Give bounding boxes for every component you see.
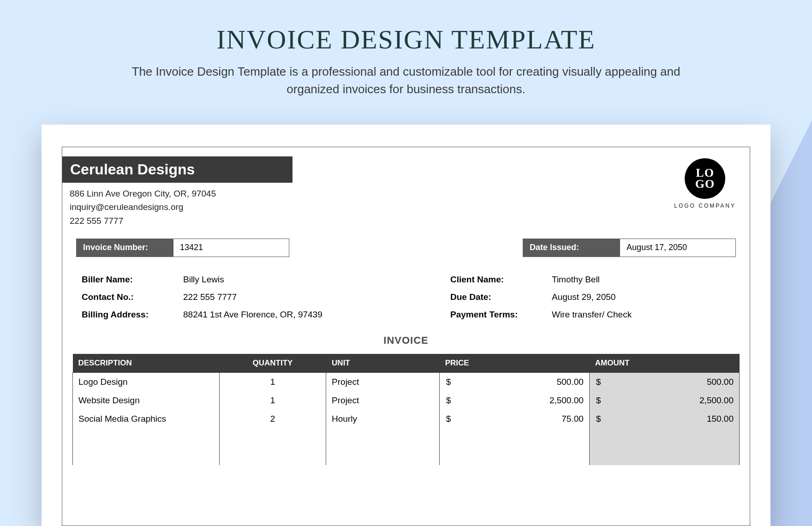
cell-unit: Project	[326, 391, 440, 410]
cell-price: $75.00	[439, 410, 589, 428]
invoice-heading: INVOICE	[62, 335, 750, 347]
due-date-label: Due Date:	[450, 288, 552, 306]
date-issued-label: Date Issued:	[523, 239, 620, 257]
cell-price: $2,500.00	[439, 391, 589, 410]
biller-contact-value: 222 555 7777	[183, 288, 237, 306]
table-row: Website Design1Project$2,500.00$2,500.00	[73, 391, 740, 410]
cell-price: $500.00	[439, 373, 589, 391]
col-price: PRICE	[439, 354, 589, 373]
cell-amount	[589, 447, 739, 465]
col-description: DESCRIPTION	[73, 354, 220, 373]
cell-description: Logo Design	[73, 373, 220, 391]
meta-row: Invoice Number: 13421 Date Issued: Augus…	[76, 239, 736, 257]
details-row: Biller Name: Billy Lewis Contact No.: 22…	[82, 271, 736, 323]
col-quantity: QUANTITY	[219, 354, 326, 373]
logo-caption: LOGO COMPANY	[674, 203, 736, 209]
cell-amount: $500.00	[589, 373, 739, 391]
logo-block: LO GO LOGO COMPANY	[674, 158, 736, 209]
cell-unit: Project	[326, 373, 440, 391]
cell-price	[439, 447, 589, 465]
invoice-number-value: 13421	[173, 239, 289, 257]
biller-name-label: Biller Name:	[82, 271, 183, 288]
biller-address-value: 88241 1st Ave Florence, OR, 97439	[183, 306, 322, 323]
table-row	[73, 428, 740, 447]
cell-amount	[589, 428, 739, 447]
client-name-label: Client Name:	[450, 271, 552, 288]
company-name-bar: Cerulean Designs	[62, 156, 293, 183]
document-paper: Cerulean Designs 886 Linn Ave Oregon Cit…	[42, 125, 770, 526]
payment-terms-label: Payment Terms:	[450, 306, 552, 323]
table-header-row: DESCRIPTION QUANTITY UNIT PRICE AMOUNT	[73, 354, 740, 373]
cell-description: Social Media Graphics	[73, 410, 220, 428]
table-row: Social Media Graphics2Hourly$75.00$150.0…	[73, 410, 740, 428]
cell-description	[73, 447, 220, 465]
date-issued-value: August 17, 2050	[620, 239, 735, 257]
cell-description: Website Design	[73, 391, 220, 410]
cell-price	[439, 428, 589, 447]
cell-unit	[326, 447, 440, 465]
hero-section: INVOICE DESIGN TEMPLATE The Invoice Desi…	[0, 0, 812, 98]
biller-address-label: Billing Address:	[82, 306, 183, 323]
cell-description	[73, 428, 220, 447]
biller-contact-label: Contact No.:	[82, 288, 183, 306]
col-amount: AMOUNT	[589, 354, 739, 373]
company-phone: 222 555 7777	[70, 214, 216, 227]
biller-name-value: Billy Lewis	[183, 271, 224, 288]
company-address: 886 Linn Ave Oregon City, OR, 97045	[70, 187, 216, 200]
cell-quantity	[219, 428, 326, 447]
company-contact-block: 886 Linn Ave Oregon City, OR, 97045 inqu…	[70, 187, 216, 227]
logo-line2: GO	[695, 179, 715, 190]
cell-amount: $150.00	[589, 410, 739, 428]
cell-amount: $2,500.00	[589, 391, 739, 410]
invoice-number-box: Invoice Number: 13421	[76, 239, 289, 257]
client-name-value: Timothy Bell	[552, 271, 600, 288]
biller-column: Biller Name: Billy Lewis Contact No.: 22…	[82, 271, 367, 323]
cell-unit: Hourly	[326, 410, 440, 428]
client-column: Client Name: Timothy Bell Due Date: Augu…	[450, 271, 736, 323]
page-subtitle: The Invoice Design Template is a profess…	[129, 63, 683, 98]
col-unit: UNIT	[326, 354, 440, 373]
due-date-value: August 29, 2050	[552, 288, 615, 306]
date-issued-box: Date Issued: August 17, 2050	[523, 239, 736, 257]
cell-unit	[326, 428, 440, 447]
document-frame: Cerulean Designs 886 Linn Ave Oregon Cit…	[62, 147, 750, 526]
cell-quantity	[219, 447, 326, 465]
table-row: Logo Design1Project$500.00$500.00	[73, 373, 740, 391]
cell-quantity: 2	[219, 410, 326, 428]
line-items-table: DESCRIPTION QUANTITY UNIT PRICE AMOUNT L…	[72, 354, 740, 465]
company-email: inquiry@ceruleandesigns.org	[70, 200, 216, 214]
cell-quantity: 1	[219, 391, 326, 410]
logo-icon: LO GO	[685, 158, 725, 199]
invoice-number-label: Invoice Number:	[77, 239, 173, 257]
cell-quantity: 1	[219, 373, 326, 391]
page-title: INVOICE DESIGN TEMPLATE	[0, 24, 812, 55]
payment-terms-value: Wire transfer/ Check	[552, 306, 632, 323]
table-row	[73, 447, 740, 465]
